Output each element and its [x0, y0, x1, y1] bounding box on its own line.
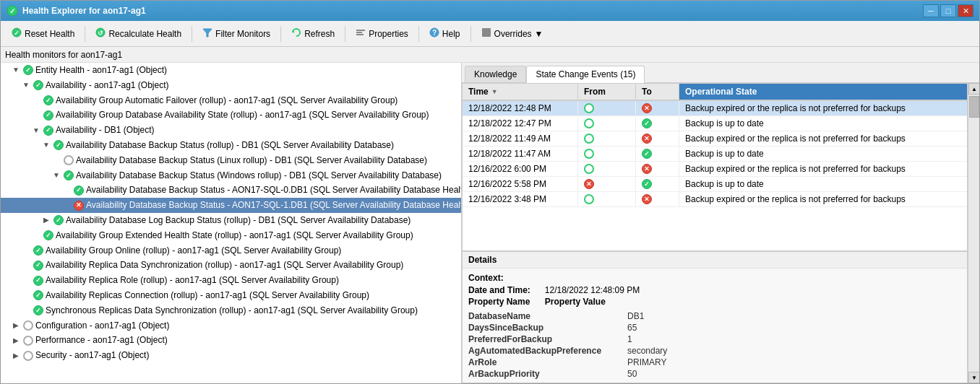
tree-item[interactable]: Availability Database Backup Status - AO… [1, 183, 461, 198]
svg-rect-8 [356, 30, 365, 31]
tree-item[interactable]: Availability Replicas Connection (rollup… [1, 288, 461, 303]
status-green-icon [43, 110, 53, 121]
tree-item[interactable]: Availability Group Automatic Failover (r… [1, 93, 461, 108]
to-status-icon [642, 103, 652, 113]
detail-row: ArRolePRIMARY [468, 357, 961, 368]
tree-item[interactable]: Performance - aon17-ag1 (Object) [1, 333, 461, 348]
expand-icon[interactable] [41, 140, 51, 150]
reset-health-button[interactable]: ✓ Reset Health [5, 25, 81, 43]
tab-knowledge[interactable]: Knowledge [465, 66, 526, 82]
expand-icon[interactable] [21, 80, 31, 90]
td-from [578, 147, 636, 161]
td-time: 12/18/2022 11:47 AM [463, 147, 578, 161]
td-time: 12/16/2022 5:58 PM [463, 177, 578, 191]
refresh-label: Refresh [304, 29, 335, 39]
status-green-icon [23, 65, 33, 75]
th-from: From [578, 84, 636, 100]
expand-icon[interactable] [11, 351, 21, 361]
tree-item-label: Availability Group Database Availability… [56, 109, 429, 121]
svg-text:↺: ↺ [98, 30, 103, 37]
table-row[interactable]: 12/16/2022 3:48 PM Backup expired or the… [463, 192, 967, 207]
status-grey-icon [23, 320, 33, 331]
scroll-thumb[interactable] [969, 96, 979, 118]
detail-key: DaysSinceBackup [468, 322, 627, 333]
help-button[interactable]: ? Help [423, 25, 467, 43]
overrides-button[interactable]: Overrides ▼ [475, 25, 550, 43]
tree-item-label: Availability Database Log Backup Status … [66, 214, 411, 227]
right-scrollbar: ▲ ▼ [968, 83, 979, 383]
expand-icon [31, 230, 41, 240]
expand-icon [21, 261, 31, 271]
tree-item[interactable]: Availability - aon17-ag1 (Object) [1, 78, 461, 93]
filter-monitors-label: Filter Monitors [215, 29, 270, 39]
tree-item[interactable]: Availability Group Online (rollup) - aon… [1, 243, 461, 258]
detail-row: DaysSinceBackup65 [468, 322, 961, 333]
tree-item-label: Availability Database Backup Status (rol… [66, 139, 394, 152]
tree-item-label: Availability Database Backup Status - AO… [86, 184, 462, 196]
expand-icon[interactable] [11, 65, 21, 75]
table-body[interactable]: 12/18/2022 12:48 PM Backup expired or th… [463, 101, 967, 250]
title-controls: ─ □ ✕ [923, 4, 973, 17]
context-label: Context: [468, 271, 545, 284]
table-row[interactable]: 12/18/2022 12:47 PM Backup is up to date [463, 116, 967, 131]
status-green-icon [43, 230, 53, 240]
detail-value: PRIMARY [627, 357, 961, 368]
from-status-icon [584, 179, 594, 189]
main-window: ✓ Health Explorer for aon17-ag1 ─ □ ✕ ✓ … [0, 0, 980, 384]
table-row[interactable]: 12/16/2022 6:00 PM Backup expired or the… [463, 162, 967, 177]
right-panel: Knowledge State Change Events (15) Time … [462, 63, 979, 383]
tree-item[interactable]: Synchronous Replicas Data Synchronizatio… [1, 303, 461, 318]
tree-item-label: Availability - DB1 (Object) [56, 124, 155, 136]
detail-row: ArBackupPriority50 [468, 368, 961, 380]
tree-item[interactable]: Availability Replica Data Synchronizatio… [1, 258, 461, 273]
scroll-down-btn[interactable]: ▼ [968, 372, 979, 383]
expand-icon[interactable] [51, 170, 61, 180]
recalculate-health-button[interactable]: ↺ Recalculate Health [89, 25, 188, 43]
properties-button[interactable]: Properties [349, 25, 415, 43]
status-grey-icon [23, 351, 33, 361]
tree-panel[interactable]: Entity Health - aon17-ag1 (Object) Avail… [1, 63, 462, 383]
tree-item[interactable]: Availability - DB1 (Object) [1, 123, 461, 138]
scroll-up-btn[interactable]: ▲ [968, 83, 979, 95]
table-row[interactable]: 12/16/2022 5:58 PM Backup is up to date [463, 177, 967, 192]
recalculate-label: Recalculate Health [108, 29, 181, 39]
expand-icon[interactable] [11, 320, 21, 331]
expand-icon[interactable] [41, 215, 51, 225]
status-grey-icon [23, 336, 33, 346]
filter-icon [202, 27, 212, 40]
table-row[interactable]: 12/18/2022 11:49 AM Backup expired or th… [463, 131, 967, 147]
window-title: Health Explorer for aon17-ag1 [22, 6, 146, 16]
tree-item[interactable]: Availability Database Backup Status (Lin… [1, 153, 461, 168]
tree-item-selected[interactable]: Availability Database Backup Status - AO… [1, 198, 461, 213]
table-area: Time ▼ From To Operational State [462, 83, 968, 383]
table-row[interactable]: 12/18/2022 11:47 AM Backup is up to date [463, 147, 967, 162]
close-button[interactable]: ✕ [958, 4, 973, 17]
tree-item[interactable]: Availability Database Backup Status (rol… [1, 138, 461, 153]
tab-state-change-events[interactable]: State Change Events (15) [526, 66, 645, 83]
tree-item[interactable]: Entity Health - aon17-ag1 (Object) [1, 63, 461, 78]
from-status-icon [584, 134, 594, 144]
td-from [578, 131, 636, 146]
maximize-button[interactable]: □ [940, 4, 956, 17]
context-area: Context: Date and Time: 12/18/2022 12:48… [463, 269, 967, 310]
expand-icon [21, 276, 31, 286]
td-from [578, 192, 636, 206]
expand-icon[interactable] [11, 336, 21, 346]
td-from [578, 101, 636, 115]
tree-item[interactable]: Configuration - aon17-ag1 (Object) [1, 318, 461, 333]
table-row[interactable]: 12/18/2022 12:48 PM Backup expired or th… [463, 101, 967, 116]
tree-item[interactable]: Availability Replica Role (rollup) - aon… [1, 273, 461, 288]
tree-item[interactable]: Security - aon17-ag1 (Object) [1, 348, 461, 363]
tree-item[interactable]: Availability Database Backup Status (Win… [1, 168, 461, 183]
reset-health-label: Reset Health [25, 29, 74, 39]
refresh-button[interactable]: Refresh [285, 25, 341, 43]
tree-item[interactable]: Availability Group Database Availability… [1, 108, 461, 123]
svg-rect-9 [356, 32, 362, 33]
expand-icon[interactable] [31, 126, 41, 136]
filter-monitors-button[interactable]: Filter Monitors [196, 25, 277, 43]
status-green-icon [33, 290, 43, 300]
tree-item[interactable]: Availability Group Extended Health State… [1, 228, 461, 243]
minimize-button[interactable]: ─ [923, 4, 939, 17]
health-monitors-label: Health monitors for aon17-ag1 [1, 47, 979, 63]
tree-item[interactable]: Availability Database Log Backup Status … [1, 213, 461, 228]
